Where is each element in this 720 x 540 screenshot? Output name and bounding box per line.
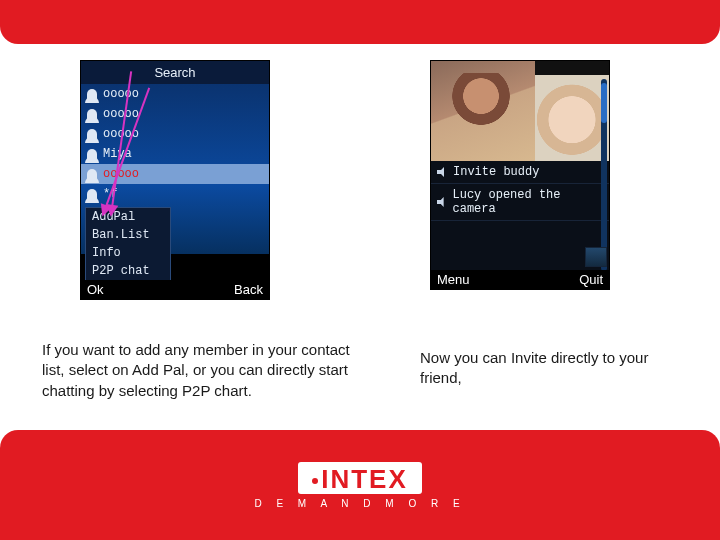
contact-row[interactable]: ooooo: [81, 84, 269, 104]
brand-name: INTEX: [321, 464, 408, 494]
contact-row[interactable]: ooooo: [81, 124, 269, 144]
contact-row-selected[interactable]: ooooo: [81, 164, 269, 184]
right-phone-screenshot: Invite buddy Lucy opened the camera Menu…: [430, 60, 610, 290]
left-phone-screenshot: Search ooooo ooooo ooooo Miya ooooo *f A…: [80, 60, 270, 300]
contact-label: ooooo: [103, 107, 139, 121]
speaker-icon: [437, 167, 447, 177]
menu-item-p2pchat[interactable]: P2P chat: [86, 262, 170, 280]
person-icon: [87, 149, 97, 159]
logo-dot-icon: [312, 478, 318, 484]
left-phone-title: Search: [81, 61, 269, 84]
contact-label: ooooo: [103, 167, 139, 181]
caption-right: Now you can Invite directly to your frie…: [420, 348, 670, 389]
slide-header-bar: [0, 0, 720, 44]
contact-row[interactable]: ooooo: [81, 104, 269, 124]
tool-button[interactable]: [585, 247, 607, 267]
event-row: Lucy opened the camera: [431, 184, 609, 221]
video-photo-area: [431, 61, 609, 161]
softkey-right[interactable]: Quit: [579, 272, 603, 287]
scrollbar-thumb[interactable]: [601, 83, 607, 123]
event-blank-area: [431, 221, 609, 273]
menu-item-info[interactable]: Info: [86, 244, 170, 262]
person-icon: [87, 109, 97, 119]
context-menu: AddPal Ban.List Info P2P chat: [85, 207, 171, 281]
menu-item-banlist[interactable]: Ban.List: [86, 226, 170, 244]
person-icon: [87, 129, 97, 139]
contact-label: ooooo: [103, 87, 139, 101]
softkey-bar: Ok Back: [81, 280, 269, 299]
person-icon: [87, 89, 97, 99]
scrollbar[interactable]: [601, 79, 607, 271]
photo-strip: [535, 61, 609, 75]
brand-logo: INTEX: [298, 462, 422, 494]
softkey-right[interactable]: Back: [234, 282, 263, 297]
person-icon: [87, 169, 97, 179]
speaker-icon: [437, 197, 447, 207]
caption-left: If you want to add any member in your co…: [42, 340, 352, 401]
event-row: Invite buddy: [431, 161, 609, 184]
softkey-left[interactable]: Ok: [87, 282, 104, 297]
event-text: Invite buddy: [453, 165, 539, 179]
contact-row[interactable]: Miya: [81, 144, 269, 164]
event-list: Invite buddy Lucy opened the camera: [431, 161, 609, 273]
softkey-bar: Menu Quit: [431, 270, 609, 289]
brand-tagline: D E M A N D M O R E: [254, 498, 465, 509]
photo-baby: [535, 75, 609, 161]
slide-footer-bar: INTEX D E M A N D M O R E: [0, 430, 720, 540]
softkey-left[interactable]: Menu: [437, 272, 470, 287]
photo-person-2: [535, 61, 609, 161]
person-icon: [87, 189, 97, 199]
photo-person-1: [431, 61, 535, 161]
event-text: Lucy opened the camera: [453, 188, 604, 216]
